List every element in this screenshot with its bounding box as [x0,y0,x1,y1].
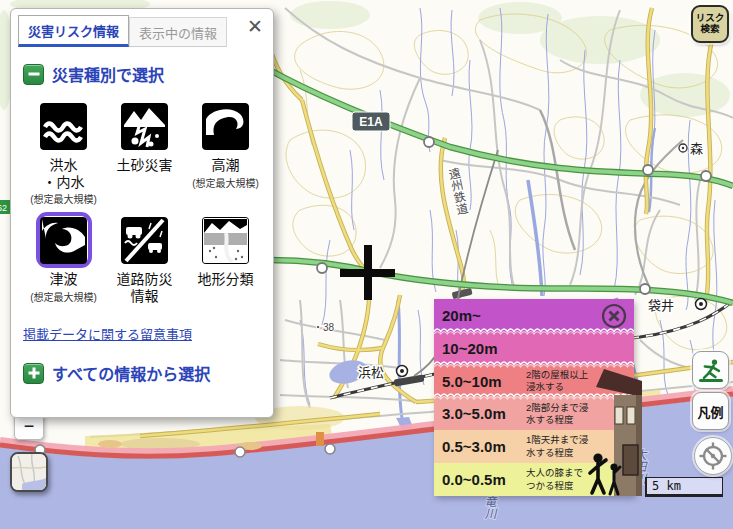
svg-text:E1A: E1A [359,115,383,129]
disaster-type-terrain[interactable]: 地形分類 [185,212,266,305]
disaster-type-landslide[interactable]: 土砂災害 [104,98,185,206]
terrain-icon [202,217,249,264]
flood-icon [40,103,87,150]
compass-icon [698,441,728,471]
section-title: 災害種別で選択 [52,62,164,86]
evacuation-site-button[interactable] [692,351,729,389]
expand-plus-icon[interactable] [23,363,44,384]
disaster-type-flood[interactable]: 洪水 ・内水 (想定最大規模) [23,98,104,206]
legend-row-20m: 20m~ [434,299,634,332]
minimap-thumbnail [12,454,46,490]
disaster-type-grid: 洪水 ・内水 (想定最大規模) 土砂災害 高潮 (想定最大規模) [23,98,273,311]
city-symbol-fukuroi [696,299,707,310]
legend-row-3-5m: 3.0~5.0m 2階部分まで浸水する程度 [434,397,634,430]
legend-row-0-05m: 0.0~0.5m 大人の膝までつかる程度 [434,463,634,496]
tsunami-selected-border [36,212,92,268]
running-person-icon [697,356,725,384]
legend-row-10-20m: 10~20m [434,332,634,365]
legend-row-05-3m: 0.5~3.0m 1階天井まで浸水する程度 [434,430,634,463]
svg-text:62: 62 [0,203,7,213]
risk-search-button[interactable]: リスク 検索 [691,5,729,43]
hazard-map-app: E1A 62 浜松 袋井 森 ・38 遠州鉄道 天竜川 太田川 災害リスク情報 … [0,0,733,529]
tab-disaster-risk-info[interactable]: 災害リスク情報 [18,15,129,47]
expressway-badge: E1A [352,112,390,131]
disaster-type-tsunami[interactable]: 津波 (想定最大規模) [23,212,104,305]
legend-row-5-10m: 5.0~10m 2階の屋根以上浸水する [434,365,634,398]
map-scale-bar: 5 km [645,477,723,497]
city-symbol-hamamatsu [397,366,408,377]
map-label-ota-river: 太田川 [632,448,646,485]
map-label-mori: 森 [690,141,703,156]
road-hazard-icon [121,217,168,264]
close-icon[interactable]: ✕ [247,17,263,36]
tsunami-depth-legend: 20m~ 10~20m 5.0~10m 2階の屋根以上浸水する 3.0~5.0m… [434,299,634,496]
map-label-fukuroi: 袋井 [648,298,674,313]
data-notice-link[interactable]: 掲載データに関する留意事項 [23,324,263,343]
town-symbol-mori [679,144,687,152]
panel-tabs: 災害リスク情報 表示中の情報 ✕ [11,9,273,47]
disaster-risk-panel: 災害リスク情報 表示中の情報 ✕ 災害種別で選択 洪水 ・内水 (想定最大規模) [10,8,274,418]
scale-label: 5 km [652,479,681,493]
storm-surge-icon [202,103,249,150]
legend-toggle-button[interactable]: 凡例 [692,392,729,430]
legend-close-icon[interactable] [601,303,627,329]
minimap-button[interactable] [10,452,48,492]
landslide-icon [121,103,168,150]
map-label-elevation: ・38 [313,322,335,333]
current-location-button[interactable] [694,437,732,475]
tab-displayed-info[interactable]: 表示中の情報 [129,17,227,47]
section-select-by-type: 災害種別で選択 [23,62,263,86]
tsunami-icon [40,217,87,264]
disaster-type-road-hazard[interactable]: 道路防災 情報 [104,212,185,305]
section-select-all: すべての情報から選択 [23,361,263,385]
map-label-hamamatsu: 浜松 [358,365,384,380]
collapse-minus-icon[interactable] [23,64,44,85]
section-title: すべての情報から選択 [52,361,210,385]
disaster-type-storm-surge[interactable]: 高潮 (想定最大規模) [185,98,266,206]
